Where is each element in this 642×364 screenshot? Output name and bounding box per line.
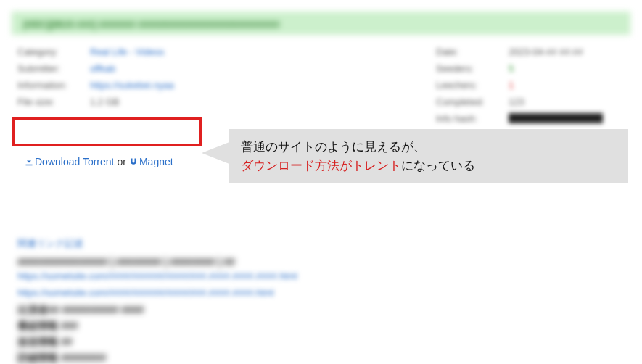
details-section: Category: Real Life - Videos Submitter: … xyxy=(0,46,642,130)
detail-value[interactable]: https://sukebei.nyaa xyxy=(90,80,174,91)
infohash-box xyxy=(509,113,603,123)
seeders-value: 5 xyxy=(509,63,514,74)
content-line: 詳細情報 ######## xyxy=(17,352,625,364)
detail-label: Completed: xyxy=(436,96,509,107)
detail-label: Info hash: xyxy=(436,113,509,124)
detail-row: Category: Real Life - Videos xyxy=(17,46,436,57)
detail-value: 1.2 GB xyxy=(90,96,119,107)
download-icon xyxy=(25,157,33,166)
detail-label: Submitter: xyxy=(17,63,90,74)
content-line: 番組情報 ### xyxy=(17,320,625,333)
detail-label: Leechers: xyxy=(436,80,509,91)
detail-row: File size: 1.2 GB xyxy=(17,96,436,107)
annotation-tail: になっている xyxy=(401,159,475,173)
content-link[interactable]: 関連リンク記述 xyxy=(17,237,625,250)
annotation-line2: ダウンロード方法がトレントになっている xyxy=(241,157,617,175)
content-url[interactable]: https://sometsite.com/####/######/####/#… xyxy=(17,287,625,298)
detail-label: Date: xyxy=(436,46,509,57)
detail-label: File size: xyxy=(17,96,90,107)
detail-value[interactable]: Real Life - Videos xyxy=(90,46,164,57)
detail-row: Information: https://sukebei.nyaa xyxy=(17,80,436,91)
details-left-col: Category: Real Life - Videos Submitter: … xyxy=(17,46,436,130)
detail-row: Submitter: offkab xyxy=(17,63,436,74)
detail-row: Seeders: 5 xyxy=(436,63,625,74)
download-torrent-link[interactable]: Download Torrent xyxy=(25,156,114,167)
detail-row: Info hash: xyxy=(436,113,625,124)
detail-label: Category: xyxy=(17,46,90,57)
details-right-col: Date: 2023-04-## ##:## Seeders: 5 Leeche… xyxy=(436,46,625,130)
magnet-label: Magnet xyxy=(139,156,173,167)
detail-label: Seeders: xyxy=(436,63,509,74)
banner-text: [HDC][MUX-###] ####### #################… xyxy=(23,19,279,30)
annotation-highlight: ダウンロード方法がトレント xyxy=(241,159,401,173)
description-content: 関連リンク記述 ################ | ######## | ##… xyxy=(0,237,642,364)
annotation-line1: 普通のサイトのように見えるが、 xyxy=(241,138,617,157)
content-url[interactable]: https://sometsite.com/####/######/####/#… xyxy=(17,270,625,281)
magnet-icon xyxy=(129,157,138,166)
download-section: Download Torrent or Magnet xyxy=(17,152,181,172)
detail-value: 2023-04-## ##:## xyxy=(509,46,583,57)
title-banner: [HDC][MUX-###] ####### #################… xyxy=(12,12,630,35)
detail-row: Date: 2023-04-## ##:## xyxy=(436,46,625,57)
detail-row: Completed: 123 xyxy=(436,96,625,107)
annotation-arrow xyxy=(202,142,229,164)
detail-value[interactable]: offkab xyxy=(90,63,115,74)
magnet-link[interactable]: Magnet xyxy=(129,156,173,167)
content-line: 出演者## ########## #### xyxy=(17,304,625,317)
detail-row: Leechers: 1 xyxy=(436,80,625,91)
download-torrent-label: Download Torrent xyxy=(35,156,114,167)
leechers-value: 1 xyxy=(509,80,514,91)
annotation-callout: 普通のサイトのように見えるが、 ダウンロード方法がトレントになっている xyxy=(229,129,628,183)
content-line: ################ | ######## | ######## |… xyxy=(17,256,625,268)
detail-label: Information: xyxy=(17,80,90,91)
or-text: or xyxy=(117,156,125,167)
detail-value: 123 xyxy=(509,96,524,107)
content-line: 放送情報 ## xyxy=(17,336,625,349)
